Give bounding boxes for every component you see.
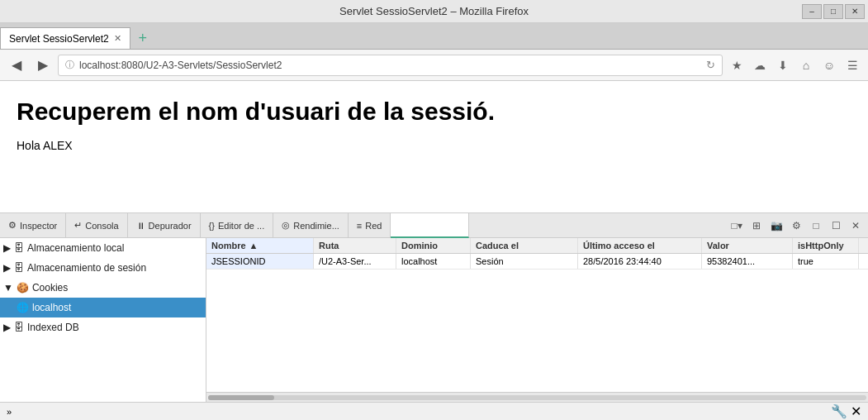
- reload-button[interactable]: ↻: [706, 59, 715, 71]
- editor-icon: {}: [209, 221, 215, 231]
- cookies-icon: 🍪: [17, 282, 29, 294]
- window-title: Servlet SessioServlet2 – Mozilla Firefox: [339, 5, 529, 17]
- window-controls: – □ ✕: [802, 4, 865, 19]
- page-subtext: Hola ALEX: [17, 139, 851, 152]
- devtools-main: ▶ 🗄 Almacenamiento local ▶ 🗄 Almacenamie…: [0, 238, 868, 402]
- home-icon[interactable]: ⌂: [795, 55, 817, 76]
- devtools-minimize-button[interactable]: □: [807, 217, 825, 235]
- col-nombre: Nombre ▲: [206, 238, 314, 253]
- split-button[interactable]: ⊞: [747, 217, 766, 235]
- download-icon[interactable]: ⬇: [772, 55, 794, 76]
- col-ruta: Ruta: [314, 238, 396, 253]
- nav-bar: ◀ ▶ ⓘ localhost:8080/U2-A3-Servlets/Sess…: [0, 50, 868, 81]
- sort-icon: ▲: [249, 241, 259, 251]
- tab-bar: Servlet SessioServlet2 ✕ +: [0, 23, 868, 50]
- localhost-icon: 🌐: [17, 302, 29, 313]
- network-icon: ≡: [357, 221, 362, 231]
- cell-ruta: /U2-A3-Ser...: [314, 254, 396, 269]
- devtools-tab-debugger[interactable]: ⏸ Depurador: [128, 213, 201, 238]
- local-storage-icon: 🗄: [14, 242, 24, 254]
- cell-valor: 95382401...: [702, 254, 793, 269]
- indexed-db-icon: 🗄: [14, 322, 24, 333]
- devtools-close-button[interactable]: ✕: [847, 217, 865, 235]
- table-header: Nombre ▲ Ruta Dominio Caduca el Último a…: [206, 238, 868, 254]
- session-storage-arrow: ▶: [3, 262, 11, 274]
- settings-button[interactable]: ⚙: [787, 217, 805, 235]
- devtools-panel: ⚙ Inspector ↵ Consola ⏸ Depurador {} Edi…: [0, 213, 868, 420]
- cell-nombre: JSESSIONID: [206, 254, 314, 269]
- expand-icon[interactable]: »: [7, 407, 12, 417]
- page-heading: Recuperem el nom d'usuari de la sessió.: [17, 98, 851, 126]
- sidebar-item-session-storage[interactable]: ▶ 🗄 Almacenamiento de sesión: [0, 258, 206, 278]
- console-icon: ↵: [74, 220, 82, 231]
- tab-close-button[interactable]: ✕: [114, 33, 121, 44]
- scrollbar-track: [208, 395, 866, 400]
- dock-button[interactable]: □▾: [728, 217, 746, 235]
- performance-icon: ◎: [282, 220, 290, 231]
- session-storage-icon: 🗄: [14, 262, 24, 274]
- devtools-tab-editor[interactable]: {} Editor de ...: [201, 213, 274, 238]
- wrench-icon[interactable]: 🔧: [831, 403, 847, 419]
- devtools-right-controls: □▾ ⊞ 📷 ⚙ □ ☐ ✕: [728, 217, 868, 235]
- maximize-button[interactable]: □: [823, 4, 843, 19]
- menu-icon[interactable]: ☰: [842, 55, 863, 76]
- minimize-button[interactable]: –: [802, 4, 822, 19]
- sidebar-item-indexed-db[interactable]: ▶ 🗄 Indexed DB: [0, 317, 206, 337]
- cell-dominio: localhost: [396, 254, 471, 269]
- url-info-icon: ⓘ: [65, 59, 74, 71]
- devtools-tab-console[interactable]: ↵ Consola: [66, 213, 127, 238]
- devtools-sidebar: ▶ 🗄 Almacenamiento local ▶ 🗄 Almacenamie…: [0, 238, 206, 402]
- status-left: »: [7, 407, 12, 417]
- back-button[interactable]: ◀: [5, 54, 28, 77]
- screenshot-button[interactable]: 📷: [767, 217, 785, 235]
- devtools-tab-storage[interactable]: 🗄 Almacena...: [391, 213, 468, 238]
- col-ultimo: Último acceso el: [578, 238, 702, 253]
- scrollbar-thumb[interactable]: [208, 395, 274, 400]
- storage-icon: 🗄: [399, 220, 408, 230]
- nav-icons: ★ ☁ ⬇ ⌂ ☺ ☰: [726, 55, 863, 76]
- sidebar-item-cookies-group[interactable]: ▼ 🍪 Cookies: [0, 278, 206, 298]
- cookies-arrow: ▼: [3, 282, 13, 294]
- devtools-tab-inspector[interactable]: ⚙ Inspector: [0, 213, 66, 238]
- sidebar-item-localhost[interactable]: 🌐 localhost: [0, 298, 206, 317]
- close-button[interactable]: ✕: [845, 4, 865, 19]
- devtools-resize-button[interactable]: ☐: [827, 217, 845, 235]
- bookmark-icon[interactable]: ★: [726, 55, 747, 76]
- tab-label: Servlet SessioServlet2: [9, 33, 109, 45]
- col-ishttp: isHttpOnly: [793, 238, 859, 253]
- cell-caduca: Sesión: [471, 254, 578, 269]
- devtools-tab-performance[interactable]: ◎ Rendimie...: [273, 213, 349, 238]
- url-text: localhost:8080/U2-A3-Servlets/SessioServ…: [79, 60, 701, 71]
- sidebar-item-local-storage[interactable]: ▶ 🗄 Almacenamiento local: [0, 238, 206, 258]
- devtools-tab-network[interactable]: ≡ Red: [349, 213, 391, 238]
- indexed-db-arrow: ▶: [3, 322, 11, 333]
- local-storage-arrow: ▶: [3, 242, 11, 254]
- forward-button[interactable]: ▶: [31, 54, 55, 77]
- status-close-button[interactable]: ✕: [851, 403, 861, 419]
- table-row[interactable]: JSESSIONID /U2-A3-Ser... localhost Sesió…: [206, 254, 868, 270]
- inspector-icon: ⚙: [8, 220, 17, 231]
- col-dominio: Dominio: [396, 238, 471, 253]
- debugger-icon: ⏸: [136, 221, 145, 231]
- col-caduca: Caduca el: [471, 238, 578, 253]
- browser-tab[interactable]: Servlet SessioServlet2 ✕: [0, 27, 130, 49]
- title-bar: Servlet SessioServlet2 – Mozilla Firefox…: [0, 0, 868, 23]
- devtools-status-bar: » 🔧 ✕: [0, 402, 868, 420]
- cell-ultimo: 28/5/2016 23:44:40: [578, 254, 702, 269]
- horizontal-scrollbar[interactable]: [206, 392, 868, 402]
- url-bar[interactable]: ⓘ localhost:8080/U2-A3-Servlets/SessioSe…: [58, 55, 723, 76]
- cell-ishttp: true: [793, 254, 859, 269]
- devtools-toolbar: ⚙ Inspector ↵ Consola ⏸ Depurador {} Edi…: [0, 213, 868, 238]
- smiley-icon[interactable]: ☺: [818, 55, 840, 76]
- status-right: 🔧 ✕: [831, 403, 861, 419]
- pocket-icon[interactable]: ☁: [749, 55, 771, 76]
- page-content: Recuperem el nom d'usuari de la sessió. …: [0, 81, 868, 213]
- devtools-right-panel: Nombre ▲ Ruta Dominio Caduca el Último a…: [206, 238, 868, 402]
- new-tab-button[interactable]: +: [132, 27, 154, 49]
- col-valor: Valor: [702, 238, 793, 253]
